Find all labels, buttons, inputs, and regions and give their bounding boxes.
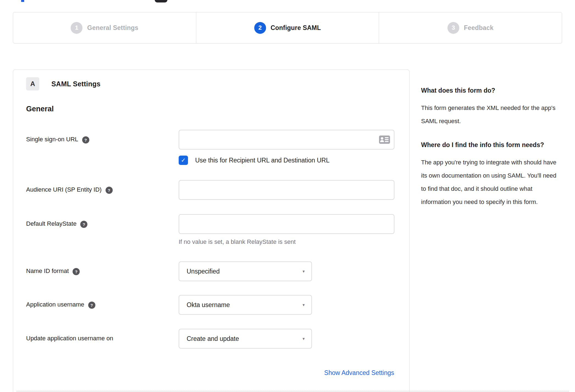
page-top-fragments — [0, 0, 575, 3]
field-row-relay-state: Default RelayState ? If no value is set,… — [26, 214, 395, 245]
help-icon[interactable]: ? — [106, 187, 113, 194]
show-advanced-settings-link[interactable]: Show Advanced Settings — [324, 369, 394, 376]
help-heading-what: What does this form do? — [421, 85, 560, 95]
step-number-badge: 1 — [71, 22, 82, 34]
step-general-settings[interactable]: 1 General Settings — [13, 12, 196, 43]
logo-fragment — [21, 0, 24, 2]
checkbox-label: Use this for Recipient URL and Destinati… — [195, 157, 330, 164]
application-username-select[interactable]: Okta username ▼ — [179, 295, 312, 315]
field-row-sso-url: Single sign-on URL ? — [26, 130, 395, 165]
general-heading: General — [26, 105, 395, 113]
step-feedback[interactable]: 3 Feedback — [379, 12, 562, 43]
help-para-where: The app you're trying to integrate with … — [421, 156, 560, 209]
field-row-audience-uri: Audience URI (SP Entity ID) ? — [26, 180, 395, 200]
app-icon-fragment — [155, 0, 167, 2]
field-label-application-username: Application username — [26, 301, 84, 308]
step-number-badge: 3 — [447, 22, 459, 34]
section-divider-dashed — [16, 391, 569, 391]
step-configure-saml[interactable]: 2 Configure SAML — [196, 12, 379, 43]
wizard-stepper: 1 General Settings 2 Configure SAML 3 Fe… — [13, 12, 562, 43]
update-username-on-select[interactable]: Create and update ▼ — [179, 329, 312, 349]
selected-value: Unspecified — [187, 268, 220, 275]
recipient-url-checkbox-row: ✓ Use this for Recipient URL and Destina… — [179, 156, 394, 165]
help-icon[interactable]: ? — [88, 302, 95, 309]
audience-uri-input[interactable] — [179, 180, 394, 200]
help-block-where: Where do I find the info this form needs… — [421, 140, 560, 209]
contact-card-icon[interactable] — [379, 136, 390, 145]
chevron-down-icon: ▼ — [302, 269, 305, 274]
field-row-update-username-on: Update application username on Create an… — [26, 329, 395, 349]
field-row-name-id-format: Name ID format ? Unspecified ▼ — [26, 261, 395, 281]
selected-value: Create and update — [187, 335, 239, 343]
field-label-name-id-format: Name ID format — [26, 267, 69, 275]
field-label-relay-state: Default RelayState — [26, 220, 76, 227]
section-a-badge: A — [26, 77, 39, 90]
field-row-application-username: Application username ? Okta username ▼ — [26, 295, 395, 315]
step-label: Configure SAML — [271, 24, 321, 32]
name-id-format-select[interactable]: Unspecified ▼ — [179, 261, 312, 281]
step-number-badge: 2 — [254, 22, 266, 34]
help-icon[interactable]: ? — [80, 221, 87, 228]
field-label-sso-url: Single sign-on URL — [26, 136, 78, 143]
chevron-down-icon: ▼ — [302, 337, 305, 341]
relay-state-hint: If no value is set, a blank RelayState i… — [179, 238, 394, 245]
use-for-recipient-checkbox[interactable]: ✓ — [179, 156, 188, 165]
field-label-audience-uri: Audience URI (SP Entity ID) — [26, 186, 102, 193]
help-sidebar: What does this form do? This form genera… — [421, 70, 560, 209]
chevron-down-icon: ▼ — [302, 303, 305, 307]
field-label-update-username-on: Update application username on — [26, 335, 113, 342]
step-label: General Settings — [87, 24, 138, 32]
help-para-what: This form generates the XML needed for t… — [421, 101, 560, 128]
step-label: Feedback — [464, 24, 494, 32]
section-title: SAML Settings — [51, 80, 101, 88]
help-heading-where: Where do I find the info this form needs… — [421, 140, 560, 150]
help-block-what: What does this form do? This form genera… — [421, 85, 560, 128]
selected-value: Okta username — [187, 301, 230, 309]
help-icon[interactable]: ? — [73, 268, 80, 275]
relay-state-input[interactable] — [179, 214, 394, 234]
sso-url-input[interactable] — [179, 130, 394, 150]
help-icon[interactable]: ? — [82, 136, 89, 143]
section-header: A SAML Settings — [26, 77, 395, 90]
saml-settings-panel: A SAML Settings General Single sign-on U… — [13, 70, 410, 392]
advanced-settings-row: Show Advanced Settings — [26, 369, 395, 377]
